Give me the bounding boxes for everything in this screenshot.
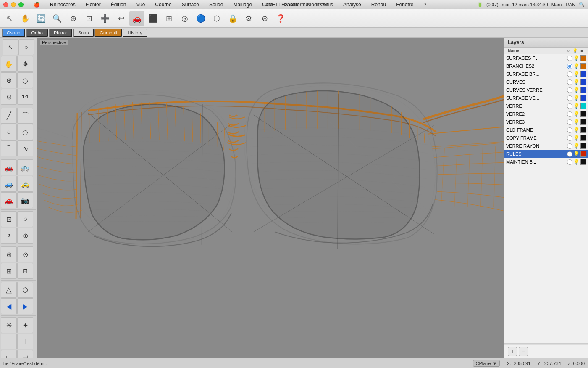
layer-row[interactable]: SURFACE BR...💡	[504, 70, 588, 78]
tb-join1[interactable]: ⊢	[1, 350, 17, 358]
layer-visibility[interactable]	[567, 56, 572, 61]
tb-zoom-ex[interactable]: ⊕	[1, 72, 17, 88]
apple-menu[interactable]: 🍎	[32, 1, 42, 8]
layer-visibility[interactable]	[567, 79, 572, 85]
tb-blue1[interactable]: ◀	[1, 298, 17, 314]
tool-target[interactable]: ◎	[177, 11, 192, 26]
layer-light-icon[interactable]: 💡	[573, 95, 580, 101]
tool-cylinder[interactable]: ⬡	[209, 11, 224, 26]
layer-visibility[interactable]	[567, 111, 572, 117]
tb-camera[interactable]: 📷	[17, 192, 33, 208]
tb-ellipse[interactable]: ◌	[17, 124, 33, 140]
menu-maillage[interactable]: Maillage	[231, 1, 254, 8]
tb-arc[interactable]: ⌒	[17, 108, 33, 124]
layer-light-icon[interactable]: 💡	[573, 79, 580, 85]
layer-color-swatch[interactable]	[580, 79, 586, 85]
layer-visibility[interactable]	[567, 143, 572, 149]
menu-rhinoceros[interactable]: Rhinoceros	[48, 1, 77, 8]
snap-history[interactable]: History	[123, 29, 147, 37]
tb-move[interactable]: ✥	[17, 56, 33, 72]
tool-rotate-view[interactable]: 🔄	[34, 11, 49, 26]
layer-color-swatch[interactable]	[580, 95, 586, 101]
snap-snap[interactable]: Snap	[73, 29, 94, 37]
layer-row[interactable]: SURFACE VE...💡	[504, 94, 588, 102]
snap-ortho[interactable]: Ortho	[26, 29, 48, 37]
tb-arr2[interactable]: ⌶	[17, 334, 33, 349]
layer-row[interactable]: VERRE RAYON💡	[504, 142, 588, 150]
menu-rendu[interactable]: Rendu	[370, 1, 388, 8]
tool-car[interactable]: 🚗	[129, 11, 144, 26]
tb-spline[interactable]: ∿	[17, 140, 33, 156]
tb-freeform[interactable]: ⌒	[1, 140, 17, 156]
layer-color-swatch[interactable]	[580, 55, 586, 61]
tool-zoom-sel[interactable]: ⊕	[66, 11, 81, 26]
tool-box[interactable]: ⬛	[145, 11, 160, 26]
tb-hex[interactable]: ⬡	[17, 282, 33, 298]
tb-sphere[interactable]: ○	[17, 211, 33, 227]
tb-car-r2[interactable]: 🚌	[17, 159, 33, 175]
layer-light-icon[interactable]: 💡	[573, 135, 580, 141]
layer-row[interactable]: VERRE💡	[504, 102, 588, 110]
layer-visibility[interactable]	[567, 135, 572, 141]
cplane-selector[interactable]: CPlane ▼	[473, 360, 500, 367]
tool-help[interactable]: ❓	[273, 11, 288, 26]
tool-lock[interactable]: 🔒	[225, 11, 240, 26]
layer-light-icon[interactable]: 💡	[573, 151, 580, 157]
tb-num2[interactable]: 2	[1, 228, 17, 244]
tb-pan[interactable]: ✋	[1, 56, 17, 72]
add-layer-button[interactable]: +	[508, 347, 517, 356]
menu-fichier[interactable]: Fichier	[84, 1, 102, 8]
layer-light-icon[interactable]: 💡	[573, 143, 580, 149]
tool-undo[interactable]: ↩	[113, 11, 129, 26]
menu-help[interactable]: ?	[422, 1, 428, 8]
layer-color-swatch[interactable]	[580, 87, 586, 93]
layer-visibility[interactable]	[567, 151, 572, 157]
layer-light-icon[interactable]: 💡	[573, 127, 580, 133]
layer-light-icon[interactable]: 💡	[573, 159, 580, 165]
viewport[interactable]: Perspective	[37, 38, 504, 358]
menu-courbe[interactable]: Courbe	[153, 1, 173, 8]
snap-osnap[interactable]: Osnap	[2, 29, 25, 37]
tool-pan[interactable]: ✋	[18, 11, 33, 26]
tb-grid-2[interactable]: ⊟	[17, 263, 33, 279]
layer-visibility[interactable]	[567, 127, 572, 133]
tb-car-r1[interactable]: 🚗	[1, 159, 17, 175]
tool-network[interactable]: ⊛	[257, 11, 272, 26]
tb-grid-1[interactable]: ⊞	[1, 263, 17, 279]
tool-zoom-win[interactable]: ⊡	[81, 11, 97, 26]
layer-row[interactable]: COPY FRAME💡	[504, 134, 588, 142]
layer-color-swatch[interactable]	[580, 143, 586, 149]
tb-circle[interactable]: ○	[1, 124, 17, 140]
tb-box[interactable]: ⊡	[1, 211, 17, 227]
layer-row[interactable]: VERRE2💡	[504, 110, 588, 118]
tb-blue2[interactable]: ▶	[17, 298, 33, 314]
layer-color-swatch[interactable]	[580, 127, 586, 133]
tb-car-r5[interactable]: 🚗	[1, 192, 17, 208]
layer-visibility[interactable]	[567, 64, 572, 69]
menu-fenetre[interactable]: Fenêtre	[394, 1, 415, 8]
tb-explode[interactable]: ✳	[1, 317, 17, 333]
layer-color-swatch[interactable]	[580, 135, 586, 141]
tool-grid-snap[interactable]: ⊞	[161, 11, 176, 26]
tool-sphere[interactable]: 🔵	[193, 11, 208, 26]
menu-edition[interactable]: Édition	[109, 1, 128, 8]
layer-row[interactable]: CURVES💡	[504, 78, 588, 86]
layer-row[interactable]: RULES💡	[504, 150, 588, 158]
layer-light-icon[interactable]: 💡	[573, 119, 580, 125]
tool-zoom-in[interactable]: ➕	[97, 11, 113, 26]
tb-join2[interactable]: ⊣	[17, 350, 33, 358]
menu-analyse[interactable]: Analyse	[341, 1, 363, 8]
layer-color-swatch[interactable]	[580, 63, 586, 69]
layer-visibility[interactable]	[567, 103, 572, 109]
layer-color-swatch[interactable]	[580, 103, 586, 109]
tool-select[interactable]: ↖	[2, 11, 17, 26]
tb-tri[interactable]: △	[1, 282, 17, 298]
tb-crosshair2[interactable]: ⊙	[17, 246, 33, 262]
layer-row[interactable]: CURVES VERRE💡	[504, 86, 588, 94]
layer-visibility[interactable]	[567, 119, 572, 125]
layer-light-icon[interactable]: 💡	[573, 103, 580, 109]
layer-row[interactable]: OLD FRAME💡	[504, 126, 588, 134]
layer-color-swatch[interactable]	[580, 71, 586, 77]
tb-crosshair[interactable]: ⊕	[1, 246, 17, 262]
layer-color-swatch[interactable]	[580, 119, 586, 125]
